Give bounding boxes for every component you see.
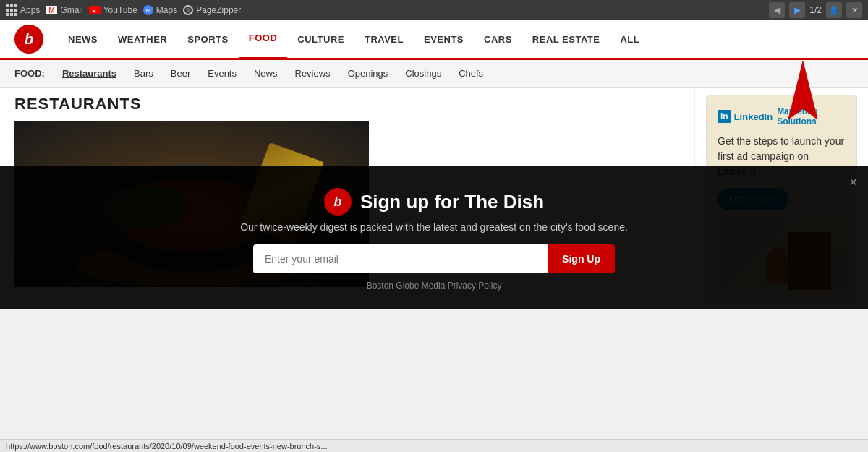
sub-nav-closings[interactable]: Closings <box>398 65 448 82</box>
page-content: b NEWS WEATHER SPORTS FOOD CULTURE TRAVE… <box>0 20 868 309</box>
nav-events[interactable]: EVENTS <box>414 20 474 59</box>
sub-nav-events[interactable]: Events <box>200 65 244 82</box>
overlay-description: Our twice-weekly digest is packed with t… <box>240 221 628 233</box>
apps-item[interactable]: Apps <box>6 4 40 16</box>
status-url: https://www.boston.com/food/restaurants/… <box>6 442 328 451</box>
nav-real-estate[interactable]: REAL ESTATE <box>522 20 610 59</box>
sub-nav-chefs[interactable]: Chefs <box>451 65 490 82</box>
apps-icon <box>6 4 17 16</box>
nav-sports[interactable]: SPORTS <box>177 20 238 59</box>
page-heading: RESTAURANTS <box>14 95 680 114</box>
overlay-header: b Sign up for The Dish <box>324 188 544 216</box>
overlay-content: b Sign up for The Dish Our twice-weekly … <box>181 188 687 291</box>
gmail-item[interactable]: Gmail <box>46 5 82 15</box>
signup-button[interactable]: Sign Up <box>548 244 615 273</box>
maps-item[interactable]: M Maps <box>143 5 177 15</box>
nav-all[interactable]: ALL <box>610 20 650 59</box>
nav-culture[interactable]: CULTURE <box>287 20 354 59</box>
site-header: b NEWS WEATHER SPORTS FOOD CULTURE TRAVE… <box>0 20 868 60</box>
toolbar-right: ◀ ▶ 1/2 👤 ✕ <box>769 2 862 18</box>
linkedin-logo: in LinkedIn <box>718 110 773 123</box>
page-counter: 1/2 <box>809 5 822 15</box>
overlay-title: Sign up for The Dish <box>360 191 544 213</box>
linkedin-logo-box: in <box>718 110 731 123</box>
nav-food[interactable]: FOOD <box>239 20 288 59</box>
overlay-logo-letter: b <box>333 195 341 210</box>
overlay-form: Sign Up <box>253 244 615 273</box>
nav-news[interactable]: NEWS <box>58 20 108 59</box>
youtube-item[interactable]: YouTube <box>89 5 137 15</box>
youtube-label: YouTube <box>103 5 137 15</box>
email-input[interactable] <box>253 244 548 273</box>
nav-weather[interactable]: WEATHER <box>108 20 177 59</box>
sub-nav-bars[interactable]: Bars <box>127 65 161 82</box>
linkedin-subtitle: Marketing Solutions <box>777 106 846 127</box>
sub-nav-openings[interactable]: Openings <box>341 65 396 82</box>
pagezipper-label: PageZipper <box>196 5 241 15</box>
maps-label: Maps <box>156 5 177 15</box>
gmail-label: Gmail <box>60 5 82 15</box>
nav-cars[interactable]: CARS <box>474 20 522 59</box>
forward-button[interactable]: ▶ <box>789 2 805 18</box>
maps-icon: M <box>143 5 153 15</box>
ext-btn-user[interactable]: 👤 <box>826 2 842 18</box>
privacy-policy-link[interactable]: Boston Globe Media Privacy Policy <box>367 281 502 291</box>
ext-btn-close[interactable]: ✕ <box>846 2 862 18</box>
overlay-close-button[interactable]: × <box>849 175 857 190</box>
linkedin-header: in LinkedIn Marketing Solutions <box>718 106 846 127</box>
linkedin-logo-text: LinkedIn <box>734 111 773 122</box>
status-bar: https://www.boston.com/food/restaurants/… <box>0 439 868 452</box>
overlay-logo: b <box>324 188 352 216</box>
pagezipper-item[interactable]: ⊙ PageZipper <box>183 5 241 15</box>
sub-nav-label: FOOD: <box>14 68 45 79</box>
sub-nav-reviews[interactable]: Reviews <box>288 65 338 82</box>
back-button[interactable]: ◀ <box>769 2 785 18</box>
youtube-icon <box>89 6 101 14</box>
site-logo[interactable]: b <box>14 25 43 54</box>
sub-nav-beer[interactable]: Beer <box>163 65 197 82</box>
toolbar-left: Apps Gmail YouTube M Maps ⊙ PageZipper <box>6 4 762 16</box>
sub-nav: FOOD: Restaurants Bars Beer Events News … <box>0 60 868 88</box>
gmail-icon <box>46 6 57 14</box>
newsletter-overlay: × b Sign up for The Dish Our twice-weekl… <box>0 166 868 309</box>
sub-nav-news[interactable]: News <box>247 65 285 82</box>
pagezipper-icon: ⊙ <box>183 5 193 15</box>
nav-travel[interactable]: TRAVEL <box>354 20 414 59</box>
site-logo-letter: b <box>25 31 33 48</box>
browser-toolbar: Apps Gmail YouTube M Maps ⊙ PageZipper ◀… <box>0 0 868 20</box>
apps-label: Apps <box>20 5 40 15</box>
sub-nav-restaurants[interactable]: Restaurants <box>55 65 124 82</box>
main-nav: NEWS WEATHER SPORTS FOOD CULTURE TRAVEL … <box>58 20 854 59</box>
